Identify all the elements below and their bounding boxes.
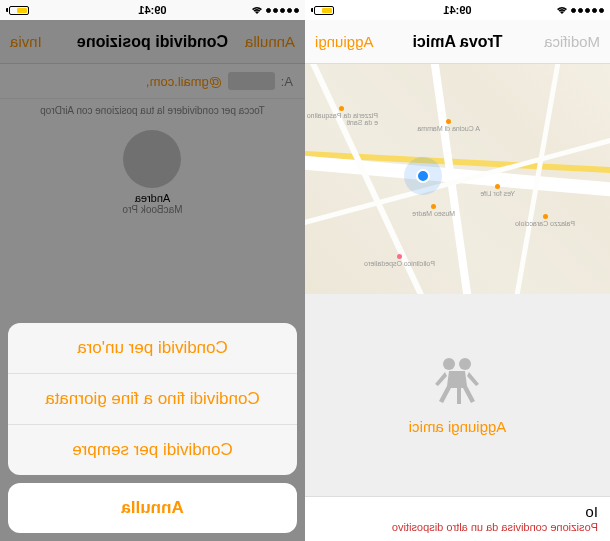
share-forever-option[interactable]: Condividi per sempre (8, 425, 297, 475)
add-button[interactable]: Aggiungi (315, 33, 375, 50)
battery-icon (6, 6, 29, 15)
map-poi: Palazzo Caracciolo (515, 214, 575, 227)
map-poi: A Cucina di Mamma (417, 119, 480, 132)
map-poi: Yes for Life (480, 184, 515, 197)
map-poi: Pizzeria da Pasqualino e da Santi (305, 106, 378, 126)
share-position-screen: 09:41 Annulla Condividi posizione Invia … (0, 0, 305, 541)
svg-point-0 (460, 358, 472, 370)
edit-button[interactable]: Modifica (540, 33, 600, 50)
map-poi: Museo Madre (412, 204, 455, 217)
status-time: 09:41 (305, 4, 610, 16)
me-subtitle: Posizione condivisa da un altro disposit… (317, 521, 598, 533)
share-one-hour-option[interactable]: Condividi per un'ora (8, 323, 297, 374)
status-bar: 09:41 (305, 0, 610, 20)
battery-icon (311, 6, 334, 15)
user-location-marker (416, 169, 430, 183)
find-friends-screen: 09:41 Modifica Trova Amici Aggiungi Pizz… (305, 0, 610, 541)
share-end-of-day-option[interactable]: Condividi fino a fine giornata (8, 374, 297, 425)
add-friends-panel[interactable]: Aggiungi amici (305, 294, 610, 496)
page-title: Trova Amici (375, 33, 540, 51)
action-sheet: Condividi per un'ora Condividi fino a fi… (8, 323, 297, 475)
status-bar: 09:41 (0, 0, 305, 20)
add-friends-label[interactable]: Aggiungi amici (409, 418, 507, 435)
friends-icon (428, 356, 488, 406)
svg-point-1 (444, 358, 456, 370)
map-poi: Policlinico Ospedaliero (364, 254, 435, 267)
nav-bar: Modifica Trova Amici Aggiungi (305, 20, 610, 64)
action-sheet-overlay[interactable]: Condividi per un'ora Condividi fino a fi… (0, 0, 305, 541)
me-title: Io (317, 503, 598, 520)
map-view[interactable]: Pizzeria da Pasqualino e da Santi A Cuci… (305, 64, 610, 294)
action-sheet-cancel-button[interactable]: Annulla (8, 483, 297, 533)
status-time: 09:41 (0, 4, 305, 16)
me-row[interactable]: Io Posizione condivisa da un altro dispo… (305, 496, 610, 541)
